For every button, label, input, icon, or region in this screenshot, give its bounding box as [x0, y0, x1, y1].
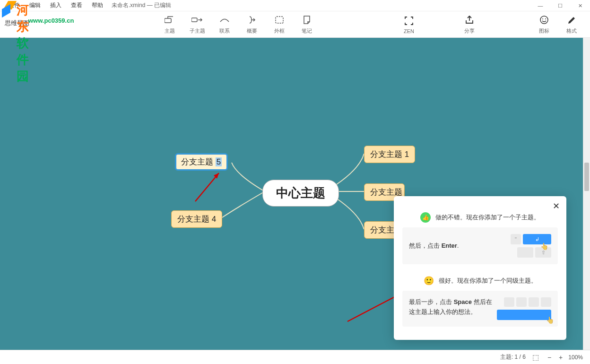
menu-help[interactable]: 帮助 [87, 1, 108, 9]
svg-point-3 [540, 16, 548, 24]
toolbar-zen[interactable]: ZEN [398, 14, 420, 35]
summary-icon [248, 14, 256, 26]
tab-mindmap[interactable]: 思维导图 [5, 19, 29, 27]
map-icon[interactable]: ⬚ [532, 353, 539, 362]
note-icon [303, 14, 311, 26]
svg-rect-0 [165, 18, 171, 23]
thumbs-up-icon: 👍 [420, 212, 431, 223]
zoom-out[interactable]: − [546, 354, 553, 361]
tutorial-panel: ✕ 👍 做的不错。现在你添加了一个子主题。 然后，点击 Enter. "↲ ⇧ … [394, 196, 566, 340]
node-center[interactable]: 中心主题 [262, 180, 339, 207]
relationship-icon [219, 14, 230, 26]
vertical-scrollbar[interactable] [583, 38, 590, 350]
node-branch-4[interactable]: 分支主题 4 [171, 210, 222, 228]
tip1-text: 做的不错。现在你添加了一个子主题。 [435, 213, 540, 222]
toolbar-summary[interactable]: 概要 [241, 14, 263, 35]
smile-icon [540, 14, 548, 26]
tutorial-close[interactable]: ✕ [553, 201, 560, 211]
minimize-button[interactable]: — [530, 0, 550, 11]
node-text: 分支主题 [181, 157, 216, 166]
close-button[interactable]: ✕ [570, 0, 590, 11]
menu-insert[interactable]: 插入 [45, 1, 66, 9]
svg-point-4 [542, 18, 543, 19]
toolbar-share[interactable]: 分享 [458, 14, 481, 35]
canvas[interactable]: 中心主题 分支主题 5 分支主题 4 分支主题 1 分支主题 分支主题 ✕ 👍 … [0, 38, 583, 350]
menu-view[interactable]: 查看 [66, 1, 87, 9]
toolbar-topic[interactable]: 主题 [158, 14, 181, 35]
toolbar-subtopic[interactable]: 子主题 [186, 14, 208, 35]
keyboard-hint-space: 👆 [497, 297, 551, 320]
node-branch-1[interactable]: 分支主题 1 [364, 146, 415, 163]
zoom-in[interactable]: + [557, 354, 564, 361]
zen-icon [405, 15, 413, 26]
svg-rect-1 [191, 18, 197, 22]
scrollbar-thumb[interactable] [584, 163, 589, 191]
menu-file[interactable]: 文件 [4, 1, 25, 9]
toolbar-format[interactable]: 格式 [560, 14, 583, 35]
window-title: 未命名.xmind — 已编辑 [112, 1, 171, 9]
smile-emoji-icon: 🙂 [424, 276, 434, 286]
red-arrow-1 [193, 168, 231, 208]
node-text-selection: 5 [216, 157, 222, 166]
svg-point-5 [545, 18, 546, 19]
zoom-level[interactable]: 100% [568, 354, 583, 361]
toolbar-note[interactable]: 笔记 [295, 14, 318, 35]
tip2-text: 很好。现在你添加了一个同级主题。 [439, 277, 537, 285]
menu-edit[interactable]: 编辑 [25, 1, 45, 9]
subtopic-icon [191, 14, 203, 26]
window-controls: — ☐ ✕ [530, 0, 590, 11]
svg-rect-2 [276, 17, 283, 23]
boundary-icon [275, 14, 284, 26]
maximize-button[interactable]: ☐ [550, 0, 570, 11]
statusbar: 主题: 1 / 6 ⬚ − + 100% [0, 350, 590, 364]
hint-box-2: 最后一步，点击 Space 然后在这主题上输入你的想法。 👆 [402, 291, 558, 327]
topic-icon [165, 14, 175, 26]
toolbar-relationship[interactable]: 联系 [213, 14, 236, 35]
menubar: 文件 编辑 插入 查看 帮助 未命名.xmind — 已编辑 [0, 0, 590, 11]
share-icon [465, 14, 474, 26]
toolbar-boundary[interactable]: 外框 [268, 14, 291, 35]
toolbar-sticker[interactable]: 图标 [533, 14, 555, 35]
hint-box-1: 然后，点击 Enter. "↲ ⇧ 👆 [402, 227, 558, 264]
toolbar: 主题 子主题 联系 概要 外框 笔记 ZEN 分享 图标 格式 [0, 11, 590, 38]
format-icon [567, 14, 576, 26]
svg-line-6 [195, 173, 219, 201]
keyboard-hint-enter: "↲ ⇧ 👆 [511, 234, 551, 258]
topic-count: 主题: 1 / 6 [500, 353, 526, 361]
